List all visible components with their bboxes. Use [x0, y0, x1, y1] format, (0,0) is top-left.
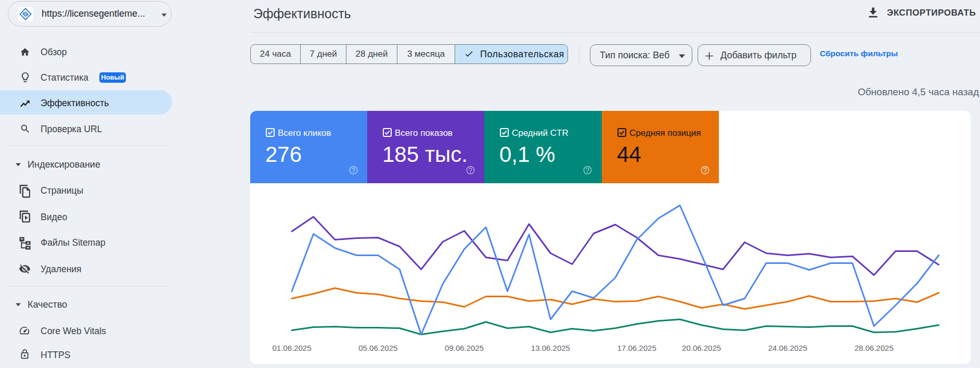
svg-text:28.06.2025: 28.06.2025 — [855, 344, 894, 352]
svg-text:05.06.2025: 05.06.2025 — [358, 344, 397, 352]
svg-text:24.06.2025: 24.06.2025 — [768, 344, 807, 352]
svg-text:13.06.2025: 13.06.2025 — [531, 344, 570, 352]
svg-text:01.06.2025: 01.06.2025 — [272, 344, 311, 352]
svg-text:09.06.2025: 09.06.2025 — [445, 344, 484, 352]
svg-text:17.06.2025: 17.06.2025 — [617, 344, 656, 352]
svg-text:20.06.2025: 20.06.2025 — [682, 344, 721, 352]
